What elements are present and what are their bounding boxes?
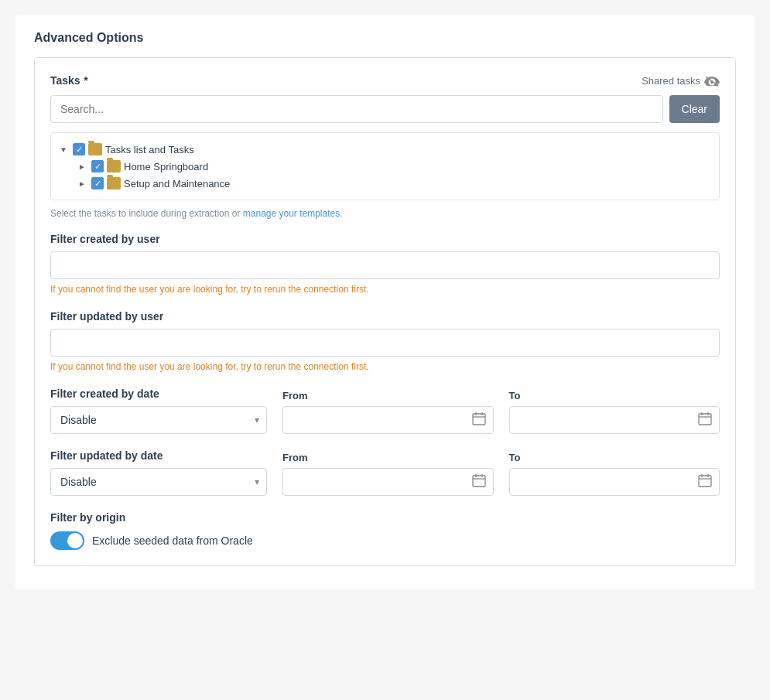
filter-created-date-from-col: From xyxy=(282,390,494,434)
page-title: Advanced Options xyxy=(34,31,736,45)
search-row: Clear xyxy=(50,95,720,123)
shared-tasks-link[interactable]: Shared tasks xyxy=(642,75,720,87)
tree-toggle-home[interactable] xyxy=(76,160,88,172)
filter-updated-to-input[interactable] xyxy=(509,468,720,496)
task-helper-text: Select the tasks to include during extra… xyxy=(50,208,720,219)
filter-updated-by-user-label: Filter updated by user xyxy=(50,310,720,323)
filter-updated-date-col: Filter updated by date Disable Enable ▾ xyxy=(50,449,267,496)
filter-created-by-user-label: Filter created by user xyxy=(50,233,720,245)
filter-by-origin-label: Filter by origin xyxy=(50,511,720,524)
tasks-header: Tasks * Shared tasks xyxy=(50,73,720,87)
clear-button[interactable]: Clear xyxy=(669,95,720,123)
eye-slash-icon xyxy=(704,75,720,86)
manage-templates-link[interactable]: manage your templates. xyxy=(243,208,343,219)
tree-checkbox-home[interactable] xyxy=(91,160,104,172)
exclude-seeded-toggle[interactable] xyxy=(50,531,84,550)
task-tree: Tasks list and Tasks Home Springboard Se… xyxy=(50,132,720,200)
filter-created-by-date-row: Filter created by date Disable Enable ▾ … xyxy=(50,388,720,434)
filter-created-by-user-section: Filter created by user If you cannot fin… xyxy=(50,233,720,295)
tree-checkbox-setup[interactable] xyxy=(91,177,104,190)
tree-item-home: Home Springboard xyxy=(76,158,713,175)
tree-toggle-setup[interactable] xyxy=(76,177,88,190)
filter-updated-by-date-row: Filter updated by date Disable Enable ▾ … xyxy=(50,449,720,496)
filter-created-date-select[interactable]: Disable Enable xyxy=(50,406,267,434)
toggle-label: Exclude seeded data from Oracle xyxy=(92,534,253,547)
filter-created-date-to-col: To xyxy=(509,390,720,434)
filter-updated-by-user-input[interactable] xyxy=(50,329,720,357)
filter-updated-by-user-section: Filter updated by user If you cannot fin… xyxy=(50,310,720,372)
filter-updated-date-select[interactable]: Disable Enable xyxy=(50,468,267,496)
tasks-label: Tasks * xyxy=(50,73,88,87)
tree-item-root: Tasks list and Tasks xyxy=(57,141,713,158)
tree-checkbox-root[interactable] xyxy=(73,143,85,155)
filter-created-to-input[interactable] xyxy=(509,406,720,434)
filter-updated-to-wrapper xyxy=(509,468,720,496)
filter-by-origin-section: Filter by origin Exclude seeded data fro… xyxy=(50,511,720,550)
tree-label-root: Tasks list and Tasks xyxy=(105,144,194,155)
filter-updated-from-label: From xyxy=(282,452,494,463)
filter-created-from-label: From xyxy=(282,390,494,401)
filter-updated-date-to-col: To xyxy=(509,452,720,496)
filter-updated-from-input[interactable] xyxy=(282,468,494,496)
filter-created-by-user-warning: If you cannot find the user you are look… xyxy=(50,284,720,295)
filter-updated-from-wrapper xyxy=(282,468,494,496)
tree-label-home: Home Springboard xyxy=(124,161,208,172)
filter-created-from-wrapper xyxy=(282,406,494,434)
filter-created-to-label: To xyxy=(509,390,720,401)
filter-created-by-user-input[interactable] xyxy=(50,251,720,279)
filter-created-date-label: Filter created by date xyxy=(50,388,267,400)
tree-toggle-root[interactable] xyxy=(57,143,70,155)
tree-label-setup: Setup and Maintenance xyxy=(124,178,230,190)
filter-updated-date-from-col: From xyxy=(282,452,494,496)
toggle-row: Exclude seeded data from Oracle xyxy=(50,531,720,550)
filter-updated-date-select-wrapper: Disable Enable ▾ xyxy=(50,468,267,496)
filter-created-date-select-wrapper: Disable Enable ▾ xyxy=(50,406,267,434)
task-search-input[interactable] xyxy=(50,95,663,123)
filter-created-from-input[interactable] xyxy=(282,406,494,434)
filter-updated-to-label: To xyxy=(509,452,720,463)
folder-icon-setup xyxy=(107,177,121,190)
filter-created-to-wrapper xyxy=(509,406,720,434)
page-container: Advanced Options Tasks * Shared tasks Cl… xyxy=(15,15,755,589)
advanced-options-card: Tasks * Shared tasks Clear Ta xyxy=(34,57,736,566)
tree-item-setup: Setup and Maintenance xyxy=(76,175,713,192)
filter-updated-date-label: Filter updated by date xyxy=(50,449,267,462)
folder-icon-root xyxy=(88,143,102,155)
filter-created-date-col: Filter created by date Disable Enable ▾ xyxy=(50,388,267,434)
filter-updated-by-user-warning: If you cannot find the user you are look… xyxy=(50,361,720,372)
folder-icon-home xyxy=(107,160,121,172)
